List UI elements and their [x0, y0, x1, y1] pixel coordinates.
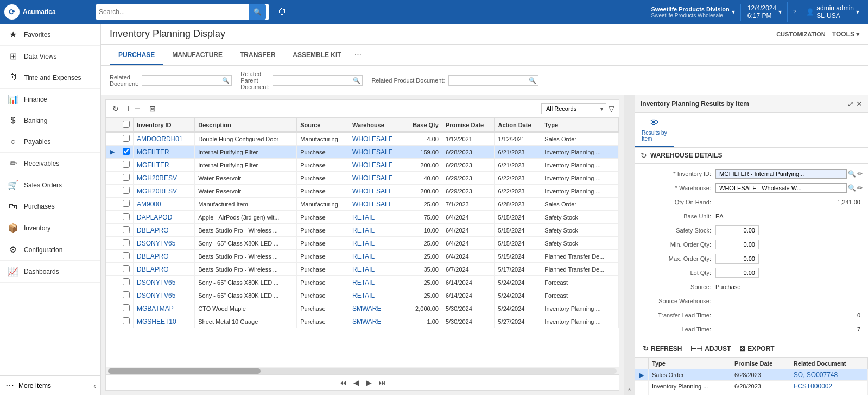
inventory-id-link[interactable]: AM9000 [137, 200, 161, 208]
row-checkbox[interactable] [123, 148, 130, 155]
tab-manufacture[interactable]: MANUFACTURE [163, 46, 231, 65]
table-row[interactable]: DBEAPRO Beats Studio Pro - Wireless ... … [106, 250, 619, 263]
first-page-button[interactable]: ⏮ [337, 377, 349, 388]
user-menu-button[interactable]: 👤 admin admin SL-USA ▾ [802, 2, 864, 22]
table-row[interactable]: DBEAPRO Beats Studio Pro - Wireless ... … [106, 263, 619, 276]
inventory-id-link[interactable]: DBEAPRO [137, 266, 169, 273]
inventory-id-link[interactable]: MGFILTER [137, 148, 169, 156]
safety-stock-input[interactable] [715, 225, 759, 235]
inventory-id-link[interactable]: DSONYTV65 [137, 240, 175, 247]
max-order-qty-input[interactable] [715, 254, 759, 264]
sidebar-item-finance[interactable]: 📊 Finance [0, 89, 100, 110]
warehouse-search-icon[interactable]: 🔍 [848, 184, 856, 192]
warehouse-link[interactable]: SMWARE [352, 305, 382, 312]
warehouse-link[interactable]: WHOLESALE [352, 135, 393, 143]
warehouse-link[interactable]: WHOLESALE [352, 200, 393, 208]
refresh-grid-button[interactable]: ↻ [110, 103, 121, 114]
warehouse-edit-icon[interactable]: ✏ [857, 184, 863, 192]
tools-button[interactable]: TOOLS ▾ [832, 30, 859, 38]
row-checkbox[interactable] [123, 252, 130, 259]
row-checkbox[interactable] [123, 187, 130, 194]
sidebar-item-purchases[interactable]: 🛍 Purchases [0, 196, 100, 217]
warehouse-input[interactable] [715, 183, 847, 193]
sidebar-item-inventory[interactable]: 📦 Inventory [0, 217, 100, 239]
inventory-id-link[interactable]: DSONYTV65 [137, 279, 175, 286]
warehouse-link[interactable]: WHOLESALE [352, 174, 393, 182]
row-checkbox[interactable] [123, 226, 130, 233]
min-order-qty-input[interactable] [715, 240, 759, 249]
tab-transfer[interactable]: TRANSFER [231, 46, 284, 65]
warehouse-link[interactable]: WHOLESALE [352, 187, 393, 195]
row-checkbox[interactable] [123, 239, 130, 246]
table-row[interactable]: DSONYTV65 Sony - 65" Class X80K LED ... … [106, 276, 619, 289]
prev-page-button[interactable]: ◀ [351, 377, 362, 388]
panel-export-button[interactable]: ⊠ EXPORT [737, 343, 776, 354]
inventory-id-link[interactable]: DBEAPRO [137, 253, 169, 260]
inventory-id-link[interactable]: AMDOORDH01 [137, 135, 183, 143]
sidebar-item-more-items[interactable]: ⋯ More Items [4, 380, 51, 391]
table-row[interactable]: AM9000 Manufactured Item Manufacturing W… [106, 198, 619, 211]
table-row[interactable]: DBEAPRO Beats Studio Pro - Wireless ... … [106, 224, 619, 237]
related-product-document-input[interactable] [448, 75, 538, 86]
sidebar-item-sales-orders[interactable]: 🛒 Sales Orders [0, 174, 100, 196]
table-row[interactable]: MGSHEET10 Sheet Metal 10 Guage Purchase … [106, 315, 619, 328]
search-button[interactable]: 🔍 [249, 4, 266, 20]
panel-adjust-button[interactable]: ⊢⊣ ADJUST [688, 343, 733, 354]
row-expand-button[interactable]: ▶ [109, 148, 116, 155]
horizontal-scrollbar[interactable] [106, 367, 619, 374]
table-row[interactable]: DSONYTV65 Sony - 65" Class X80K LED ... … [106, 237, 619, 250]
inventory-id-link[interactable]: MGBATMAP [137, 305, 174, 312]
row-checkbox[interactable] [123, 291, 130, 298]
related-parent-document-input[interactable] [273, 75, 363, 86]
row-checkbox[interactable] [123, 135, 130, 142]
right-row-expand-button[interactable]: ▶ [638, 372, 645, 379]
help-button[interactable]: ? [789, 7, 801, 17]
inventory-id-input[interactable] [715, 169, 847, 179]
row-checkbox[interactable] [123, 317, 130, 324]
table-row[interactable]: ▶ MGFILTER Internal Purifying Filter Pur… [106, 146, 619, 159]
right-table-row[interactable]: ▶ Sales Order 6/28/2023 SO, SO007748 [635, 369, 868, 381]
company-selector[interactable]: Sweetlife Products Division Sweetlife Pr… [646, 4, 741, 21]
adjust-columns-button[interactable]: ⊢⊣ [125, 103, 143, 114]
inventory-id-link[interactable]: MGFILTER [137, 161, 169, 169]
panel-close-button[interactable]: ✕ [856, 99, 863, 108]
row-checkbox[interactable] [123, 278, 130, 285]
warehouse-link[interactable]: SMWARE [352, 318, 382, 325]
inventory-id-link[interactable]: MGH20RESV [137, 174, 177, 182]
inventory-id-search-icon[interactable]: 🔍 [848, 170, 856, 178]
right-related-doc-link[interactable]: FCST000002 [794, 383, 832, 390]
grid-filter-button[interactable]: ▽ [609, 104, 614, 113]
all-records-dropdown[interactable]: All Records [541, 103, 606, 114]
row-checkbox[interactable] [123, 200, 130, 207]
inventory-id-link[interactable]: MGH20RESV [137, 187, 177, 195]
warehouse-link[interactable]: WHOLESALE [352, 161, 393, 169]
inventory-id-link[interactable]: DBEAPRO [137, 227, 169, 234]
inventory-id-edit-icon[interactable]: ✏ [857, 170, 863, 178]
sidebar-item-dashboards[interactable]: 📈 Dashboards [0, 261, 100, 283]
row-checkbox[interactable] [123, 174, 130, 181]
inventory-id-link[interactable]: DAPLAPOD [137, 214, 172, 221]
history-button[interactable]: ⏱ [274, 5, 291, 19]
warehouse-link[interactable]: RETAIL [352, 227, 375, 234]
warehouse-link[interactable]: RETAIL [352, 292, 375, 299]
datetime-selector[interactable]: 12/4/2024 6:17 PM ▾ [742, 2, 788, 22]
table-row[interactable]: DSONYTV65 Sony - 65" Class X80K LED ... … [106, 289, 619, 302]
sidebar-item-configuration[interactable]: ⚙ Configuration [0, 239, 100, 261]
warehouse-link[interactable]: RETAIL [352, 214, 375, 221]
panel-collapse-button[interactable]: › [624, 95, 635, 395]
row-checkbox[interactable] [123, 213, 130, 220]
panel-maximize-button[interactable]: ⤢ [847, 99, 854, 108]
export-grid-button[interactable]: ⊠ [147, 103, 158, 114]
panel-refresh-button[interactable]: ↻ REFRESH [641, 343, 684, 354]
search-input[interactable] [99, 8, 249, 16]
sidebar-collapse-button[interactable]: ‹ [93, 381, 96, 390]
sidebar-item-banking[interactable]: $ Banking [0, 110, 100, 131]
tab-more-button[interactable]: ··· [350, 45, 366, 65]
customization-button[interactable]: CUSTOMIZATION [776, 31, 826, 37]
sidebar-item-payables[interactable]: ○ Payables [0, 131, 100, 153]
panel-tab-results-by-item[interactable]: 👁 Results byItem [635, 113, 674, 147]
related-document-input[interactable] [142, 75, 232, 86]
sidebar-item-data-views[interactable]: ⊞ Data Views [0, 46, 100, 67]
right-table-row[interactable]: Inventory Planning ... 6/28/2023 FCST000… [635, 381, 868, 392]
warehouse-link[interactable]: RETAIL [352, 240, 375, 247]
